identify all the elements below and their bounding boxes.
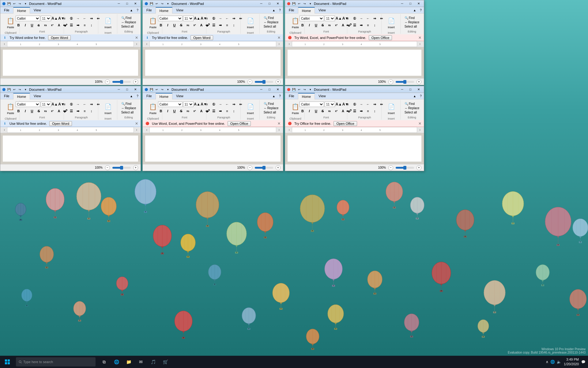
qat-more-1[interactable]: ▾ xyxy=(23,1,28,6)
help-btn-2[interactable]: ? xyxy=(277,7,283,13)
line-spacing-5[interactable]: ↕ xyxy=(231,108,237,114)
font-select-6[interactable]: Calibri xyxy=(300,102,324,107)
start-button[interactable] xyxy=(0,356,15,368)
close-btn-2[interactable]: ✕ xyxy=(274,1,282,6)
align-justify-5[interactable]: ≡ xyxy=(224,108,230,114)
maximize-btn-3[interactable]: □ xyxy=(406,1,414,6)
align-left-3[interactable]: ⬅ xyxy=(345,22,351,28)
replace-btn-5[interactable]: ↔ Replace xyxy=(263,106,280,110)
grow-font-5[interactable]: A▲ xyxy=(194,102,200,107)
undo-qat-4[interactable]: ↩ xyxy=(12,87,17,92)
collapse-ribbon-2[interactable]: ▲ xyxy=(271,7,277,13)
strikethrough-btn-2[interactable]: S̶ xyxy=(178,22,184,28)
indent-less-4[interactable]: ← xyxy=(82,102,88,107)
align-justify-6[interactable]: ≡ xyxy=(365,108,371,114)
save-qat-6[interactable]: 💾 xyxy=(291,87,296,92)
collapse-ribbon-1[interactable]: ▲ xyxy=(128,7,134,13)
zoom-out-2[interactable]: − xyxy=(247,79,252,84)
line-spacing-6[interactable]: ↕ xyxy=(372,108,378,114)
maximize-btn-1[interactable]: □ xyxy=(123,1,131,6)
align-left-2[interactable]: ⬅ xyxy=(204,22,210,28)
select-all-btn-1[interactable]: Select all xyxy=(120,25,137,29)
italic-btn-2[interactable]: I xyxy=(165,22,171,28)
zoom-in-1[interactable]: + xyxy=(133,79,138,84)
taskbar-search-box[interactable]: Type here to search xyxy=(16,357,96,366)
bold-btn-3[interactable]: B xyxy=(300,22,306,28)
taskbar-task-view[interactable]: ⧉ xyxy=(98,356,110,368)
taskbar-notification-icon[interactable]: 💬 xyxy=(581,360,586,364)
indent-more-3[interactable]: → xyxy=(358,16,364,21)
redo-qat-6[interactable]: ↪ xyxy=(302,87,307,92)
qat-more-5[interactable]: ▾ xyxy=(165,87,170,92)
find-btn-2[interactable]: 🔍 Find xyxy=(263,16,280,20)
zoom-slider-1[interactable] xyxy=(112,81,131,83)
align-center-2[interactable]: ☰ xyxy=(211,22,217,28)
save-qat-1[interactable]: 💾 xyxy=(6,1,11,6)
select-all-btn-5[interactable]: Select all xyxy=(263,110,280,114)
redo-qat-1[interactable]: ↪ xyxy=(17,1,22,6)
qat-more-4[interactable]: ▾ xyxy=(23,87,28,92)
tab-file-5[interactable]: File xyxy=(143,93,156,99)
numbering-btn-4[interactable]: ① xyxy=(68,102,74,107)
notify-btn-1[interactable]: Open Word xyxy=(48,35,71,40)
ltr-btn-1[interactable]: ⇒ xyxy=(89,16,95,21)
ltr-btn-5[interactable]: ⇒ xyxy=(231,102,237,107)
notify-close-3[interactable]: ✕ xyxy=(418,36,421,40)
save-qat-4[interactable]: 💾 xyxy=(6,87,11,92)
insert-btn-2[interactable]: 📄 Insert xyxy=(243,15,258,31)
bullets-btn-2[interactable]: ≡ xyxy=(204,16,210,21)
indent-less-3[interactable]: ← xyxy=(365,16,371,21)
tab-file-3[interactable]: File xyxy=(285,7,298,13)
zoom-out-6[interactable]: − xyxy=(388,165,393,170)
tab-file-4[interactable]: File xyxy=(0,93,13,99)
help-btn-5[interactable]: ? xyxy=(277,93,283,99)
ltr-btn-6[interactable]: ⇒ xyxy=(372,102,378,107)
insert-btn-5[interactable]: 📄 Insert xyxy=(243,101,258,117)
tab-home-5[interactable]: Home xyxy=(156,93,172,99)
align-center-4[interactable]: ☰ xyxy=(68,108,74,114)
bullets-btn-3[interactable]: ≡ xyxy=(345,16,351,21)
grow-font-4[interactable]: A▲ xyxy=(52,102,58,107)
collapse-ribbon-4[interactable]: ▲ xyxy=(128,93,134,99)
indent-less-1[interactable]: ← xyxy=(82,16,88,21)
insert-btn-4[interactable]: 📄 Insert xyxy=(101,101,115,117)
help-btn-3[interactable]: ? xyxy=(418,7,424,13)
minimize-btn-5[interactable]: ─ xyxy=(257,87,265,92)
strikethrough-btn-6[interactable]: S̶ xyxy=(320,108,326,114)
notify-close-4[interactable]: ✕ xyxy=(135,121,138,126)
find-btn-1[interactable]: 🔍 Find xyxy=(120,16,137,20)
select-all-btn-4[interactable]: Select all xyxy=(120,110,137,114)
qat-more-2[interactable]: ▾ xyxy=(165,1,170,6)
replace-btn-2[interactable]: ↔ Replace xyxy=(263,20,280,24)
taskbar-volume-icon[interactable]: 🔈 xyxy=(557,360,561,364)
replace-btn-4[interactable]: ↔ Replace xyxy=(120,106,137,110)
zoom-in-6[interactable]: + xyxy=(417,165,421,170)
close-btn-6[interactable]: ✕ xyxy=(415,87,423,92)
help-btn-6[interactable]: ? xyxy=(418,93,424,99)
notify-close-5[interactable]: ✕ xyxy=(277,121,281,126)
find-btn-6[interactable]: 🔍 Find xyxy=(404,102,420,106)
notify-btn-2[interactable]: Open Word xyxy=(190,35,213,40)
indent-less-2[interactable]: ← xyxy=(224,16,230,21)
zoom-in-3[interactable]: + xyxy=(417,79,421,84)
find-btn-4[interactable]: 🔍 Find xyxy=(120,102,137,106)
size-select-2[interactable]: 11 xyxy=(183,16,194,21)
help-btn-1[interactable]: ? xyxy=(134,7,141,13)
size-select-3[interactable]: 11 xyxy=(325,16,335,21)
taskbar-mail-icon[interactable]: ✉ xyxy=(135,356,147,368)
align-right-6[interactable]: ➡ xyxy=(358,108,364,114)
align-right-1[interactable]: ➡ xyxy=(75,22,81,28)
underline-btn-5[interactable]: U xyxy=(172,108,178,114)
size-select-4[interactable]: 11 xyxy=(41,102,51,107)
superscript-btn-2[interactable]: x² xyxy=(192,22,198,28)
line-spacing-3[interactable]: ↕ xyxy=(372,22,378,28)
subscript-btn-4[interactable]: x₂ xyxy=(43,108,49,114)
zoom-in-5[interactable]: + xyxy=(276,165,281,170)
indent-more-6[interactable]: → xyxy=(358,102,364,107)
maximize-btn-6[interactable]: □ xyxy=(406,87,414,92)
bold-btn-4[interactable]: B xyxy=(16,108,22,114)
tab-home-2[interactable]: Home xyxy=(156,7,172,13)
collapse-ribbon-3[interactable]: ▲ xyxy=(412,7,418,13)
undo-qat-3[interactable]: ↩ xyxy=(297,1,302,6)
underline-btn-6[interactable]: U xyxy=(313,108,319,114)
